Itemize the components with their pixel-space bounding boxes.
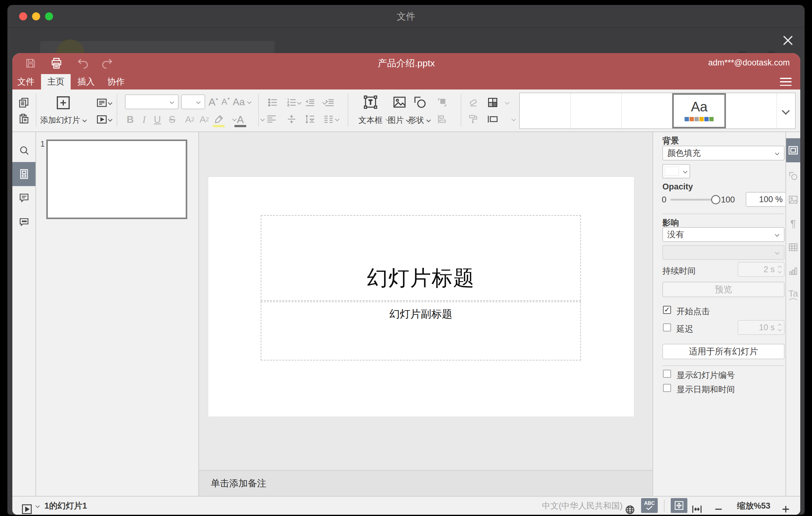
spellcheck-icon[interactable]: ABC — [641, 498, 658, 513]
chevron-down-icon[interactable] — [511, 117, 516, 122]
theme-preview-text: Aa — [691, 99, 707, 114]
tab-file[interactable]: 文件 — [12, 74, 41, 89]
notes-area[interactable]: 单击添加备注 — [199, 470, 652, 496]
opacity-slider-thumb[interactable] — [711, 195, 720, 204]
app-window: 文件 产品介绍.pptx — [7, 5, 805, 515]
start-slideshow-button[interactable] — [94, 113, 114, 126]
chevron-down-icon[interactable] — [335, 117, 340, 122]
comments-icon[interactable] — [12, 188, 35, 208]
theme-option[interactable] — [520, 93, 571, 128]
chart-settings-icon[interactable] — [786, 261, 800, 281]
subscript-icon[interactable]: A2 — [197, 113, 212, 126]
theme-option[interactable] — [571, 93, 622, 128]
fill-color-picker[interactable] — [662, 164, 690, 178]
arrange-icon[interactable] — [436, 96, 448, 109]
align-objects-icon[interactable] — [436, 113, 448, 125]
table-settings-icon[interactable] — [786, 237, 800, 257]
close-icon[interactable] — [780, 33, 796, 48]
add-slide-icon[interactable] — [54, 94, 72, 112]
theme-option[interactable] — [726, 93, 777, 128]
copy-icon[interactable] — [18, 96, 30, 109]
chevron-down-icon[interactable] — [35, 503, 40, 515]
panel-divider — [662, 213, 785, 214]
effect-variant-select — [662, 245, 785, 260]
zoom-in-icon[interactable] — [780, 500, 791, 515]
show-slide-number-checkbox[interactable] — [663, 370, 671, 378]
duration-label: 持续时间 — [662, 265, 696, 277]
image-icon[interactable] — [391, 93, 408, 111]
theme-option[interactable] — [622, 93, 672, 128]
paragraph-settings-icon[interactable]: ¶ — [786, 213, 800, 234]
horizontal-align-icon[interactable] — [265, 113, 278, 125]
change-case-icon[interactable]: Aa — [231, 95, 247, 109]
paste-icon[interactable] — [18, 113, 30, 125]
slide-canvas[interactable]: 幻灯片标题 幻灯片副标题 — [208, 177, 634, 417]
chevron-down-icon[interactable] — [260, 117, 265, 122]
font-color-icon[interactable]: A — [233, 112, 248, 127]
theme-colors-icon[interactable] — [486, 96, 500, 109]
strikethrough-icon[interactable]: S — [166, 113, 178, 126]
opacity-slider-track[interactable] — [670, 199, 717, 201]
slides-panel-icon[interactable] — [12, 162, 35, 186]
slide-layout-button[interactable] — [94, 96, 114, 109]
superscript-icon[interactable]: A2 — [182, 113, 197, 126]
tab-collaboration[interactable]: 协作 — [101, 74, 131, 89]
fit-to-width-icon[interactable] — [691, 500, 703, 515]
textbox-button[interactable]: 文本框 — [355, 115, 386, 125]
chevron-down-icon[interactable] — [247, 99, 252, 104]
text-art-settings-icon[interactable]: Ta — [786, 285, 800, 305]
show-date-time-checkbox[interactable] — [663, 384, 671, 392]
increase-indent-icon[interactable] — [323, 96, 336, 109]
chevron-down-icon[interactable] — [505, 100, 510, 105]
zoom-out-icon[interactable] — [713, 500, 724, 515]
slide-title-text: 幻灯片标题 — [367, 264, 475, 292]
language-selector[interactable]: 中文(中华人民共和国) — [542, 496, 622, 515]
document-language-icon[interactable] — [625, 500, 636, 515]
slide-size-icon[interactable] — [486, 113, 499, 125]
theme-option-selected[interactable]: Aa — [672, 93, 726, 128]
shape-button[interactable]: 形状 — [404, 115, 435, 125]
highlight-color-icon[interactable] — [212, 112, 226, 127]
chevron-down-icon — [683, 169, 688, 174]
bold-icon[interactable]: B — [124, 113, 136, 126]
increase-font-icon[interactable]: A — [207, 95, 221, 109]
shape-icon[interactable] — [411, 93, 429, 111]
slide-thumbnail[interactable] — [46, 140, 187, 219]
slide-canvas-area: 幻灯片标题 幻灯片副标题 单击添加备注 — [199, 132, 652, 496]
font-name-select[interactable] — [125, 94, 179, 109]
vertical-align-icon[interactable] — [285, 113, 298, 125]
start-slideshow-status-icon[interactable] — [21, 500, 33, 515]
apply-to-all-button[interactable]: 适用于所有幻灯片 — [662, 344, 785, 359]
line-spacing-icon[interactable] — [303, 113, 317, 125]
textbox-icon[interactable] — [361, 93, 380, 112]
fit-to-slide-icon[interactable] — [671, 498, 687, 513]
subtitle-placeholder[interactable]: 幻灯片副标题 — [261, 302, 581, 361]
tab-home[interactable]: 主页 — [41, 74, 71, 89]
add-slide-button[interactable]: 添加幻灯片 — [33, 115, 94, 125]
delay-checkbox[interactable] — [663, 323, 671, 332]
effect-select[interactable]: 没有 — [662, 227, 785, 242]
panel-divider — [662, 365, 785, 366]
decrease-indent-icon[interactable] — [303, 96, 317, 109]
theme-palette — [684, 117, 714, 122]
eraser-icon[interactable] — [467, 96, 480, 109]
font-size-select[interactable] — [181, 94, 205, 109]
numbered-list-icon[interactable] — [285, 96, 298, 109]
fill-type-select[interactable]: 颜色填充 — [662, 146, 785, 161]
menu-icon[interactable] — [780, 78, 792, 86]
start-on-click-checkbox[interactable]: ✓ — [663, 306, 671, 314]
search-icon[interactable] — [12, 140, 35, 161]
image-settings-icon[interactable] — [786, 190, 800, 210]
slide-settings-icon[interactable] — [786, 138, 800, 162]
shape-settings-icon[interactable] — [786, 166, 800, 186]
theme-gallery-expand-icon[interactable] — [777, 93, 795, 128]
copy-style-icon[interactable] — [467, 113, 480, 125]
italic-icon[interactable]: I — [138, 113, 150, 126]
statusbar-divider — [664, 500, 665, 512]
chat-icon[interactable] — [12, 212, 35, 232]
columns-icon[interactable] — [322, 113, 335, 125]
title-placeholder[interactable]: 幻灯片标题 — [261, 215, 581, 301]
tab-insert[interactable]: 插入 — [71, 74, 101, 89]
bullet-list-icon[interactable] — [266, 96, 279, 109]
underline-icon[interactable]: U — [151, 113, 164, 126]
